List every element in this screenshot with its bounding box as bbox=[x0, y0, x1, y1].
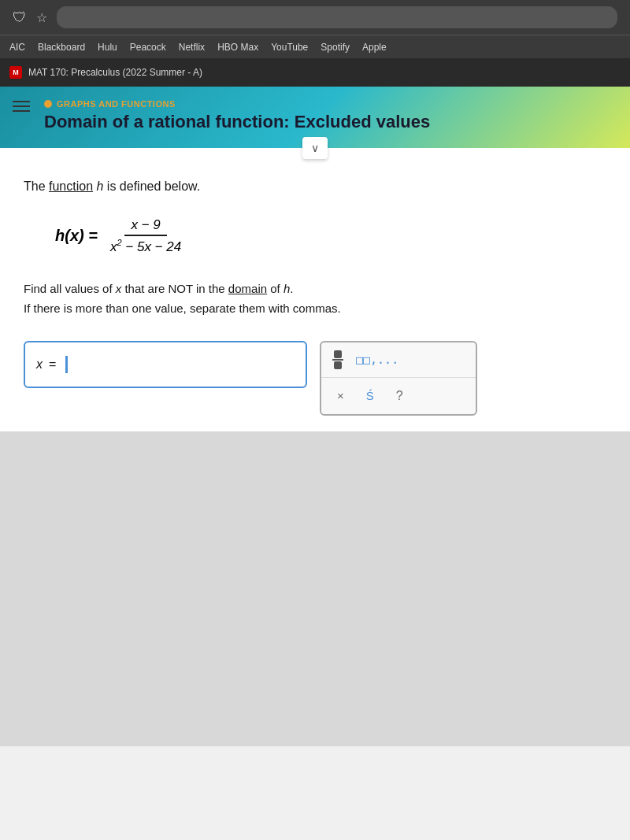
boxes-button[interactable]: □□,... bbox=[356, 353, 398, 367]
fraction-button[interactable] bbox=[332, 350, 343, 369]
browser-chrome: 🛡 ☆ bbox=[0, 0, 630, 35]
times-button[interactable]: × bbox=[332, 386, 349, 405]
menu-icon[interactable] bbox=[13, 101, 30, 112]
formula-lhs: h(x) = bbox=[55, 227, 98, 245]
bookmark-apple[interactable]: Apple bbox=[362, 42, 387, 53]
tab-bar: M MAT 170: Precalculus (2022 Summer - A) bbox=[0, 58, 630, 87]
problem-content: The function h is defined below. h(x) = … bbox=[0, 148, 630, 431]
answer-equals: = bbox=[49, 357, 56, 372]
help-button[interactable]: ? bbox=[391, 386, 408, 406]
chevron-down-icon[interactable] bbox=[302, 137, 328, 159]
bookmark-spotify[interactable]: Spotify bbox=[321, 42, 350, 53]
formula-container: h(x) = x − 9 x2 − 5x − 24 bbox=[55, 216, 606, 257]
numerator: x − 9 bbox=[124, 216, 166, 236]
answer-input-box[interactable]: x = bbox=[24, 341, 307, 388]
bookmark-netflix[interactable]: Netflix bbox=[179, 42, 205, 53]
problem-intro: The function h is defined below. bbox=[24, 179, 606, 194]
formula-fraction: x − 9 x2 − 5x − 24 bbox=[104, 216, 187, 257]
tab-favicon: M bbox=[9, 66, 22, 79]
bottom-area bbox=[0, 431, 630, 746]
toolbar-row-2: × Ś ? bbox=[321, 378, 476, 414]
header-subtitle: GRAPHS AND FUNCTIONS bbox=[44, 99, 614, 109]
bookmark-youtube[interactable]: YouTube bbox=[271, 42, 308, 53]
aleks-header: GRAPHS AND FUNCTIONS Domain of a rationa… bbox=[0, 87, 630, 148]
problem-instructions: Find all values of x that are NOT in the… bbox=[24, 279, 606, 319]
header-title: Domain of a rational function: Excluded … bbox=[44, 112, 614, 132]
orange-dot bbox=[44, 100, 52, 108]
answer-cursor bbox=[65, 356, 68, 373]
bookmark-peacock[interactable]: Peacock bbox=[130, 42, 166, 53]
domain-link[interactable]: domain bbox=[228, 282, 267, 295]
content-area: GRAPHS AND FUNCTIONS Domain of a rationa… bbox=[0, 87, 630, 840]
toolbar-row-1: □□,... bbox=[321, 342, 476, 378]
answer-label: x bbox=[36, 357, 43, 372]
shield-icon: 🛡 bbox=[13, 9, 27, 26]
bookmark-hbomax[interactable]: HBO Max bbox=[217, 42, 258, 53]
bookmarks-bar: AIC Blackboard Hulu Peacock Netflix HBO … bbox=[0, 35, 630, 58]
bookmark-blackboard[interactable]: Blackboard bbox=[38, 42, 85, 53]
undo-button[interactable]: Ś bbox=[361, 386, 379, 405]
function-link[interactable]: function bbox=[49, 179, 93, 193]
address-bar[interactable] bbox=[57, 6, 617, 28]
bookmark-aic[interactable]: AIC bbox=[9, 42, 25, 53]
bookmark-hulu[interactable]: Hulu bbox=[98, 42, 117, 53]
star-icon[interactable]: ☆ bbox=[36, 10, 47, 25]
input-row: x = □□,... × Ś bbox=[24, 341, 606, 416]
math-toolbar: □□,... × Ś ? bbox=[320, 341, 477, 416]
tab-title[interactable]: MAT 170: Precalculus (2022 Summer - A) bbox=[28, 67, 202, 78]
denominator: x2 − 5x − 24 bbox=[104, 236, 187, 257]
